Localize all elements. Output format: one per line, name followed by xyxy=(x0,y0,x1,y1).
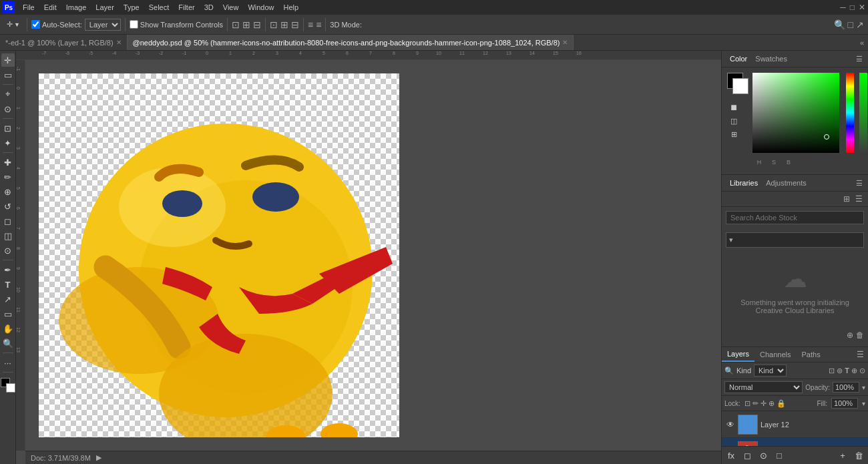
transform-label[interactable]: Show Transform Controls xyxy=(130,20,223,29)
eyedropper-tool[interactable]: ✦ xyxy=(1,136,15,150)
layer-filter-adjust-icon[interactable]: ⊚ xyxy=(837,367,843,375)
align-center-h-icon[interactable]: ⊞ xyxy=(242,19,250,30)
layer-kind-select[interactable]: Kind xyxy=(754,365,787,377)
zoom-tool[interactable]: 🔍 xyxy=(1,336,15,350)
lock-all-icon[interactable]: 🔒 xyxy=(777,399,786,408)
menu-image[interactable]: Image xyxy=(62,2,91,13)
workspace-icon[interactable]: □ xyxy=(848,19,853,30)
distribute-h-icon[interactable]: ≡ xyxy=(308,19,313,30)
menu-window[interactable]: Window xyxy=(244,2,278,13)
layer-effects-btn[interactable]: fx xyxy=(724,449,738,462)
channels-tab[interactable]: Channels xyxy=(754,348,796,361)
align-bottom-icon[interactable]: ⊟ xyxy=(291,19,299,30)
dodge-tool[interactable]: ⊙ xyxy=(1,244,15,257)
marquee-tool[interactable]: ▭ xyxy=(1,68,15,81)
distribute-v-icon[interactable]: ≡ xyxy=(316,19,321,30)
stamp-tool[interactable]: ⊕ xyxy=(1,185,15,198)
align-middle-v-icon[interactable]: ⊞ xyxy=(280,19,288,30)
eraser-tool[interactable]: ◻ xyxy=(1,214,15,228)
swatches-tab[interactable]: Swatches xyxy=(752,53,790,64)
menu-layer[interactable]: Layer xyxy=(91,2,118,13)
tab-file2[interactable]: @neddydo.psd @ 50% (hammer-icons-no-attr… xyxy=(128,35,574,50)
history-brush-tool[interactable]: ↺ xyxy=(1,200,15,213)
menu-edit[interactable]: Edit xyxy=(40,2,61,13)
layer-group-btn[interactable]: □ xyxy=(773,449,786,462)
more-tools[interactable]: ··· xyxy=(1,356,15,369)
auto-select-label[interactable]: Auto-Select: xyxy=(31,20,82,29)
menu-type[interactable]: Type xyxy=(120,2,144,13)
tab-file1[interactable]: *-ed-1 @ 100% (Layer 1, RGB/8) ✕ xyxy=(0,35,128,50)
alpha-slider[interactable] xyxy=(859,73,867,153)
move-tool[interactable]: ✛ xyxy=(1,53,15,67)
background-swatch[interactable] xyxy=(732,78,748,94)
fg-bg-container[interactable] xyxy=(727,73,748,94)
gradient-box[interactable] xyxy=(752,73,839,153)
libraries-dropdown[interactable]: ▾ xyxy=(726,232,864,248)
close-icon[interactable]: ✕ xyxy=(859,3,865,12)
status-arrow[interactable]: ▶ xyxy=(96,453,101,462)
transform-checkbox[interactable] xyxy=(130,20,138,29)
layer-select[interactable]: Layer xyxy=(85,19,121,31)
layers-panel-options[interactable]: ☰ xyxy=(853,347,868,362)
menu-view[interactable]: View xyxy=(219,2,243,13)
pen-tool[interactable]: ✒ xyxy=(1,263,15,276)
new-fill-layer-btn[interactable]: ⊙ xyxy=(756,449,770,462)
align-left-icon[interactable]: ⊡ xyxy=(232,19,240,30)
menu-help[interactable]: Help xyxy=(280,2,303,13)
lasso-tool[interactable]: ⌖ xyxy=(1,87,15,101)
lock-artboard-icon[interactable]: ⊕ xyxy=(769,399,775,408)
layer-item-layer12[interactable]: 👁 Layer 12 xyxy=(722,411,868,438)
menu-file[interactable]: File xyxy=(19,2,39,13)
quick-select-tool[interactable]: ⊙ xyxy=(1,102,15,115)
fill-dropdown-icon[interactable]: ▾ xyxy=(862,400,865,407)
hand-tool[interactable]: ✋ xyxy=(1,322,15,335)
search-icon[interactable]: 🔍 xyxy=(834,19,845,30)
lib-view-grid-icon[interactable]: ⊞ xyxy=(842,193,851,205)
layer-filter-pixel-icon[interactable]: ⊡ xyxy=(829,367,835,375)
tab1-close[interactable]: ✕ xyxy=(116,39,122,46)
auto-select-checkbox[interactable] xyxy=(31,20,40,29)
paths-tab[interactable]: Paths xyxy=(797,348,826,361)
fg-bg-colors[interactable] xyxy=(1,378,15,393)
share-icon[interactable]: ↗ xyxy=(856,19,864,30)
libraries-panel-options[interactable]: ☰ xyxy=(856,179,863,188)
delete-layer-btn[interactable]: 🗑 xyxy=(852,449,865,462)
blend-mode-select[interactable]: Normal xyxy=(724,381,803,393)
layer12-visibility-icon[interactable]: 👁 xyxy=(726,420,735,429)
menu-filter[interactable]: Filter xyxy=(174,2,198,13)
background-color[interactable] xyxy=(6,383,15,393)
new-layer-btn[interactable]: + xyxy=(836,449,849,462)
align-top-icon[interactable]: ⊡ xyxy=(270,19,278,30)
adjustments-tab[interactable]: Adjustments xyxy=(763,178,809,188)
libraries-tab[interactable]: Libraries xyxy=(727,178,761,188)
color-panel-options[interactable]: ☰ xyxy=(856,55,863,63)
lock-transparent-icon[interactable]: ⊡ xyxy=(744,399,750,408)
gradient-handle[interactable] xyxy=(824,134,829,140)
layer-filter-shape-icon[interactable]: ⊕ xyxy=(851,367,857,375)
pattern-mode-btn[interactable]: ⊞ xyxy=(727,128,740,141)
layer-item-hammer[interactable]: 👁 🔨 hammer-icons-no-attributio... xyxy=(722,438,868,446)
lock-pixels-icon[interactable]: ✏ xyxy=(752,399,758,408)
healing-tool[interactable]: ✚ xyxy=(1,156,15,169)
libraries-search-input[interactable] xyxy=(726,211,864,224)
gradient-tool[interactable]: ◫ xyxy=(1,229,15,242)
lib-add-icon[interactable]: ⊕ xyxy=(847,330,853,340)
crop-tool[interactable]: ⊡ xyxy=(1,122,15,135)
tab2-close[interactable]: ✕ xyxy=(562,39,568,46)
menu-select[interactable]: Select xyxy=(145,2,174,13)
layer-mask-btn[interactable]: ◻ xyxy=(740,449,754,462)
fill-input[interactable] xyxy=(831,398,858,409)
lib-delete-icon[interactable]: 🗑 xyxy=(856,330,864,340)
lib-view-list-icon[interactable]: ☰ xyxy=(854,193,864,205)
color-mode-btn[interactable]: ■ xyxy=(727,101,740,114)
minimize-icon[interactable]: ─ xyxy=(840,3,846,12)
gradient-mode-btn[interactable]: ◫ xyxy=(727,114,740,128)
move-tool-btn[interactable]: ✛ ▼ xyxy=(4,19,23,30)
layers-tab[interactable]: Layers xyxy=(722,347,754,362)
brush-tool[interactable]: ✏ xyxy=(1,170,15,184)
hue-slider[interactable] xyxy=(846,73,854,153)
lock-position-icon[interactable]: ✛ xyxy=(761,399,767,408)
color-tab[interactable]: Color xyxy=(727,53,750,64)
opacity-input[interactable] xyxy=(833,382,859,393)
shape-tool[interactable]: ▭ xyxy=(1,307,15,320)
